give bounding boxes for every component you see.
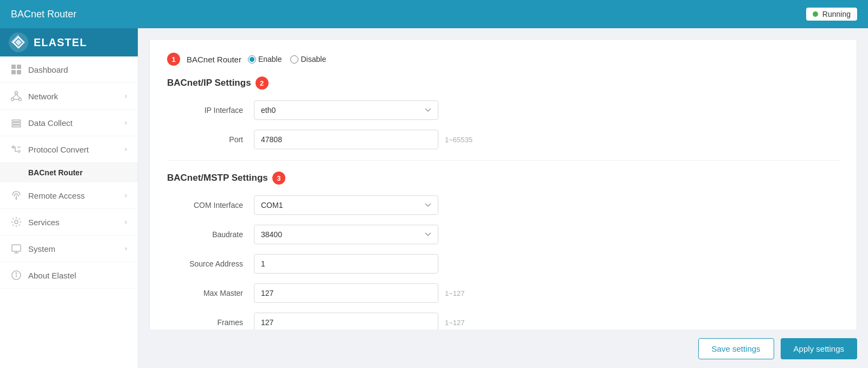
port-wrap: 47808 1~65535 xyxy=(254,130,839,149)
logo-text: ELASTEL xyxy=(34,36,87,49)
status-label: Running xyxy=(822,10,851,18)
port-row: Port 47808 1~65535 xyxy=(167,130,839,149)
router-enable-row: 1 BACnet Router Enable Disable xyxy=(167,53,839,66)
save-settings-button[interactable]: Save settings xyxy=(698,338,774,359)
svg-point-6 xyxy=(11,98,14,101)
sidebar-item-services[interactable]: Services › xyxy=(0,209,138,236)
svg-rect-11 xyxy=(12,120,21,122)
protocol-chevron-icon: › xyxy=(125,145,127,153)
sidebar-label-system: System xyxy=(28,244,55,253)
max-master-label: Max Master xyxy=(167,289,254,297)
sidebar-item-about[interactable]: About Elastel xyxy=(0,262,138,289)
enable-disable-group: Enable Disable xyxy=(248,55,326,64)
baudrate-select[interactable]: 9600 19200 38400 57600 115200 xyxy=(254,225,438,244)
svg-rect-4 xyxy=(17,70,21,74)
sidebar-item-network[interactable]: Network › xyxy=(0,83,138,110)
sidebar-label-protocol-convert: Protocol Convert xyxy=(28,145,89,154)
logo-area: ELASTEL xyxy=(0,28,138,56)
port-hint: 1~65535 xyxy=(445,136,473,144)
baudrate-label: Baudrate xyxy=(167,230,254,239)
frames-input[interactable]: 127 xyxy=(254,313,438,329)
data-collect-chevron-icon: › xyxy=(125,119,127,126)
sidebar-label-remote-access: Remote Access xyxy=(28,191,85,200)
services-icon xyxy=(11,217,22,227)
sidebar-label-services: Services xyxy=(28,218,60,227)
max-master-row: Max Master 127 1~127 xyxy=(167,283,839,303)
network-icon xyxy=(11,91,22,101)
sidebar: ELASTEL Dashboard Network › xyxy=(0,28,138,368)
data-collect-icon xyxy=(11,117,22,128)
ip-interface-row: IP Interface eth0 eth1 xyxy=(167,100,839,120)
sidebar-item-remote-access[interactable]: Remote Access › xyxy=(0,182,138,209)
source-address-input[interactable]: 1 xyxy=(254,254,438,274)
svg-line-9 xyxy=(16,94,20,98)
sidebar-label-data-collect: Data Collect xyxy=(28,118,73,128)
com-interface-wrap: COM1 COM2 xyxy=(254,195,839,215)
remote-access-icon xyxy=(11,190,22,201)
sidebar-label-bacnet-router: BACnet Router xyxy=(28,168,82,177)
step-badge-3: 3 xyxy=(272,172,285,185)
disable-radio-label[interactable]: Disable xyxy=(290,55,326,64)
logo-icon xyxy=(9,33,28,52)
svg-point-7 xyxy=(19,98,22,101)
status-badge: Running xyxy=(806,8,857,21)
sidebar-item-protocol-convert[interactable]: Protocol Convert › xyxy=(0,136,138,163)
ip-interface-label: IP Interface xyxy=(167,106,254,115)
com-interface-label: COM Interface xyxy=(167,201,254,210)
enable-label: Enable xyxy=(258,55,282,64)
about-icon xyxy=(11,270,22,281)
frames-wrap: 127 1~127 xyxy=(254,313,839,329)
svg-rect-1 xyxy=(11,65,16,69)
ip-interface-select[interactable]: eth0 eth1 xyxy=(254,100,438,120)
page-title: BACnet Router xyxy=(11,9,76,20)
disable-label: Disable xyxy=(301,55,326,64)
max-master-hint: 1~127 xyxy=(445,289,465,297)
source-address-label: Source Address xyxy=(167,259,254,268)
protocol-icon xyxy=(11,144,22,155)
sidebar-label-dashboard: Dashboard xyxy=(28,65,68,74)
main-content: 1 BACnet Router Enable Disable xyxy=(138,28,868,329)
content-card: 1 BACnet Router Enable Disable xyxy=(149,39,857,329)
svg-rect-16 xyxy=(12,245,21,251)
bacnet-mstp-section-heading: BACnet/MSTP Settings 3 xyxy=(167,172,839,185)
svg-rect-2 xyxy=(17,65,21,69)
svg-point-5 xyxy=(15,92,18,94)
frames-row: Frames 127 1~127 xyxy=(167,313,839,329)
top-header: BACnet Router Running xyxy=(0,0,868,28)
ip-interface-wrap: eth0 eth1 xyxy=(254,100,839,120)
sidebar-item-data-collect[interactable]: Data Collect › xyxy=(0,110,138,136)
step-badge-2: 2 xyxy=(256,77,269,90)
svg-point-14 xyxy=(16,198,17,199)
step-badge-1: 1 xyxy=(167,53,180,66)
bacnet-ip-section-heading: BACnet/IP Settings 2 xyxy=(167,77,839,90)
services-chevron-icon: › xyxy=(125,218,127,226)
frames-label: Frames xyxy=(167,318,254,327)
enable-radio-label[interactable]: Enable xyxy=(248,55,282,64)
sidebar-item-bacnet-router[interactable]: BACnet Router xyxy=(0,163,138,182)
bacnet-mstp-title: BACnet/MSTP Settings xyxy=(167,173,268,183)
frames-hint: 1~127 xyxy=(445,319,465,327)
dashboard-icon xyxy=(11,64,22,75)
port-label: Port xyxy=(167,135,254,144)
baudrate-row: Baudrate 9600 19200 38400 57600 115200 xyxy=(167,225,839,244)
svg-rect-12 xyxy=(12,123,21,124)
enable-radio[interactable] xyxy=(248,55,256,64)
svg-line-8 xyxy=(12,94,16,98)
footer-actions: Save settings Apply settings xyxy=(138,329,868,368)
sidebar-item-system[interactable]: System › xyxy=(0,236,138,262)
port-input[interactable]: 47808 xyxy=(254,130,438,149)
source-address-row: Source Address 1 xyxy=(167,254,839,274)
system-chevron-icon: › xyxy=(125,245,127,252)
apply-settings-button[interactable]: Apply settings xyxy=(781,338,857,359)
status-dot-icon xyxy=(813,11,818,17)
disable-radio[interactable] xyxy=(290,55,298,64)
network-chevron-icon: › xyxy=(125,92,127,100)
com-interface-select[interactable]: COM1 COM2 xyxy=(254,195,438,215)
sidebar-label-about: About Elastel xyxy=(28,271,76,280)
baudrate-wrap: 9600 19200 38400 57600 115200 xyxy=(254,225,839,244)
bacnet-ip-title: BACnet/IP Settings xyxy=(167,78,251,88)
max-master-input[interactable]: 127 xyxy=(254,283,438,303)
sidebar-label-network: Network xyxy=(28,92,58,101)
sidebar-item-dashboard[interactable]: Dashboard xyxy=(0,56,138,83)
svg-rect-3 xyxy=(11,70,16,74)
